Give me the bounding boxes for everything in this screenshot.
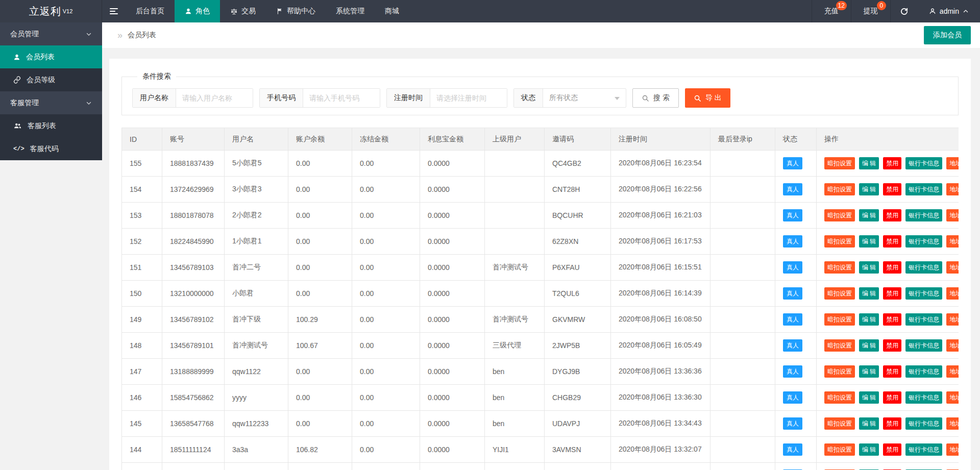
status-button[interactable]: 真人 bbox=[783, 209, 802, 221]
bank-card-button[interactable]: 银行卡信息 bbox=[905, 417, 942, 430]
status-button[interactable]: 真人 bbox=[783, 391, 802, 404]
address-button[interactable]: 地址 bbox=[946, 339, 959, 352]
disable-button[interactable]: 禁用 bbox=[883, 365, 901, 378]
bank-card-button[interactable]: 银行卡信息 bbox=[905, 339, 942, 352]
hidden-deduct-button[interactable]: 暗扣设置 bbox=[824, 287, 855, 300]
status-button[interactable]: 真人 bbox=[783, 261, 802, 274]
disable-button[interactable]: 禁用 bbox=[883, 209, 901, 221]
edit-button[interactable]: 编 辑 bbox=[859, 287, 879, 300]
bank-card-button[interactable]: 银行卡信息 bbox=[905, 157, 942, 169]
nav-item[interactable]: 商城 bbox=[375, 0, 409, 22]
address-button[interactable]: 地址 bbox=[946, 209, 959, 221]
quick-link[interactable]: 提现0 bbox=[851, 0, 890, 22]
edit-button[interactable]: 编 辑 bbox=[859, 183, 879, 195]
address-button[interactable]: 地址 bbox=[946, 157, 959, 169]
status-button[interactable]: 真人 bbox=[783, 183, 802, 195]
hidden-deduct-button[interactable]: 暗扣设置 bbox=[824, 443, 855, 456]
hidden-deduct-button[interactable]: 暗扣设置 bbox=[824, 157, 855, 169]
field-input[interactable] bbox=[303, 89, 380, 107]
hidden-deduct-button[interactable]: 暗扣设置 bbox=[824, 417, 855, 430]
nav-item[interactable]: 交易 bbox=[220, 0, 266, 22]
edit-button[interactable]: 编 辑 bbox=[859, 209, 879, 221]
hidden-deduct-button[interactable]: 暗扣设置 bbox=[824, 365, 855, 378]
address-button[interactable]: 地址 bbox=[946, 183, 959, 195]
address-button[interactable]: 地址 bbox=[946, 417, 959, 430]
edit-button[interactable]: 编 辑 bbox=[859, 443, 879, 456]
edit-button[interactable]: 编 辑 bbox=[859, 261, 879, 274]
edit-button[interactable]: 编 辑 bbox=[859, 235, 879, 248]
address-button[interactable]: 地址 bbox=[946, 287, 959, 300]
disable-button[interactable]: 禁用 bbox=[883, 391, 901, 404]
nav-item[interactable]: 系统管理 bbox=[326, 0, 375, 22]
user-menu[interactable]: admin bbox=[918, 0, 980, 22]
sidebar-item[interactable]: 客服列表 bbox=[0, 114, 102, 137]
menu-toggle-button[interactable] bbox=[102, 0, 126, 22]
disable-button[interactable]: 禁用 bbox=[883, 287, 901, 300]
cell-frozen: 0.00 bbox=[352, 463, 420, 470]
hidden-deduct-button[interactable]: 暗扣设置 bbox=[824, 183, 855, 195]
status-button[interactable]: 真人 bbox=[783, 157, 802, 169]
field-input[interactable] bbox=[176, 89, 253, 107]
status-select[interactable]: 所有状态 bbox=[543, 89, 626, 107]
nav-item[interactable]: 后台首页 bbox=[126, 0, 175, 22]
sidebar-item[interactable]: 会员列表 bbox=[0, 45, 102, 68]
edit-button[interactable]: 编 辑 bbox=[859, 339, 879, 352]
nav-item[interactable]: 角色 bbox=[175, 0, 220, 22]
disable-button[interactable]: 禁用 bbox=[883, 443, 901, 456]
field-input[interactable] bbox=[430, 89, 507, 107]
cell-interest: 0.0000 bbox=[420, 281, 485, 307]
refresh-button[interactable] bbox=[890, 0, 918, 22]
edit-button[interactable]: 编 辑 bbox=[859, 391, 879, 404]
search-button-label: 搜 索 bbox=[653, 93, 670, 103]
bank-card-button[interactable]: 银行卡信息 bbox=[905, 365, 942, 378]
disable-button[interactable]: 禁用 bbox=[883, 183, 901, 195]
disable-button[interactable]: 禁用 bbox=[883, 261, 901, 274]
address-button[interactable]: 地址 bbox=[946, 443, 959, 456]
bank-card-button[interactable]: 银行卡信息 bbox=[905, 287, 942, 300]
nav-item[interactable]: 帮助中心 bbox=[266, 0, 326, 22]
sidebar-item[interactable]: </>客服代码 bbox=[0, 137, 102, 160]
hidden-deduct-button[interactable]: 暗扣设置 bbox=[824, 391, 855, 404]
status-button[interactable]: 真人 bbox=[783, 313, 802, 326]
hidden-deduct-button[interactable]: 暗扣设置 bbox=[824, 235, 855, 248]
notification-badge: 0 bbox=[877, 1, 886, 10]
address-button[interactable]: 地址 bbox=[946, 261, 959, 274]
status-button[interactable]: 真人 bbox=[783, 235, 802, 248]
status-button[interactable]: 真人 bbox=[783, 287, 802, 300]
hidden-deduct-button[interactable]: 暗扣设置 bbox=[824, 339, 855, 352]
status-button[interactable]: 真人 bbox=[783, 339, 802, 352]
disable-button[interactable]: 禁用 bbox=[883, 417, 901, 430]
disable-button[interactable]: 禁用 bbox=[883, 157, 901, 169]
address-button[interactable]: 地址 bbox=[946, 235, 959, 248]
hidden-deduct-button[interactable]: 暗扣设置 bbox=[824, 261, 855, 274]
bank-card-button[interactable]: 银行卡信息 bbox=[905, 391, 942, 404]
bank-card-button[interactable]: 银行卡信息 bbox=[905, 313, 942, 326]
address-button[interactable]: 地址 bbox=[946, 391, 959, 404]
hidden-deduct-button[interactable]: 暗扣设置 bbox=[824, 313, 855, 326]
address-button[interactable]: 地址 bbox=[946, 365, 959, 378]
status-button[interactable]: 真人 bbox=[783, 365, 802, 378]
bank-card-button[interactable]: 银行卡信息 bbox=[905, 261, 942, 274]
disable-button[interactable]: 禁用 bbox=[883, 339, 901, 352]
status-button[interactable]: 真人 bbox=[783, 443, 802, 456]
sidebar-group[interactable]: 客服管理 bbox=[0, 91, 102, 114]
bank-card-button[interactable]: 银行卡信息 bbox=[905, 443, 942, 456]
quick-link[interactable]: 充值12 bbox=[812, 0, 851, 22]
edit-button[interactable]: 编 辑 bbox=[859, 365, 879, 378]
bank-card-button[interactable]: 银行卡信息 bbox=[905, 209, 942, 221]
add-member-button[interactable]: 添加会员 bbox=[924, 26, 971, 44]
edit-button[interactable]: 编 辑 bbox=[859, 313, 879, 326]
bank-card-button[interactable]: 银行卡信息 bbox=[905, 235, 942, 248]
status-button[interactable]: 真人 bbox=[783, 417, 802, 430]
edit-button[interactable]: 编 辑 bbox=[859, 157, 879, 169]
export-button[interactable]: 导 出 bbox=[685, 88, 730, 108]
hidden-deduct-button[interactable]: 暗扣设置 bbox=[824, 209, 855, 221]
search-button[interactable]: 搜 索 bbox=[632, 88, 679, 108]
edit-button[interactable]: 编 辑 bbox=[859, 417, 879, 430]
sidebar-group[interactable]: 会员管理 bbox=[0, 22, 102, 45]
bank-card-button[interactable]: 银行卡信息 bbox=[905, 183, 942, 195]
disable-button[interactable]: 禁用 bbox=[883, 235, 901, 248]
disable-button[interactable]: 禁用 bbox=[883, 313, 901, 326]
address-button[interactable]: 地址 bbox=[946, 313, 959, 326]
sidebar-item[interactable]: 会员等级 bbox=[0, 68, 102, 91]
